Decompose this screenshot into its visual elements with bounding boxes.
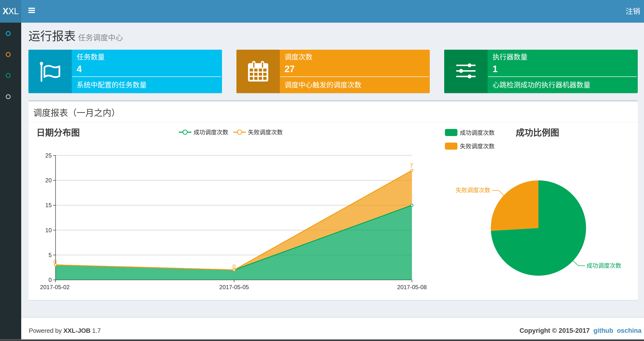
svg-text:15: 15 <box>45 202 52 208</box>
svg-text:7: 7 <box>410 162 413 169</box>
svg-text:0: 0 <box>232 263 236 270</box>
svg-text:失败调度次数: 失败调度次数 <box>248 129 283 136</box>
svg-text:0: 0 <box>48 277 52 283</box>
svg-text:成功调度次数: 成功调度次数 <box>194 129 228 136</box>
svg-text:失败调度次数: 失败调度次数 <box>456 187 490 193</box>
svg-text:2017-05-08: 2017-05-08 <box>397 284 427 290</box>
svg-text:成功调度次数: 成功调度次数 <box>587 262 621 269</box>
svg-text:5: 5 <box>48 252 52 258</box>
svg-text:10: 10 <box>45 227 52 233</box>
svg-text:成功比例图: 成功比例图 <box>516 128 559 138</box>
svg-text:20: 20 <box>45 177 52 184</box>
svg-text:日期分布图: 日期分布图 <box>36 128 80 138</box>
svg-text:0: 0 <box>54 258 57 265</box>
svg-text:2017-05-05: 2017-05-05 <box>219 284 249 290</box>
svg-text:成功调度次数: 成功调度次数 <box>460 130 494 136</box>
svg-text:25: 25 <box>45 152 52 159</box>
svg-text:失败调度次数: 失败调度次数 <box>460 143 494 150</box>
svg-text:2017-05-02: 2017-05-02 <box>40 284 70 290</box>
